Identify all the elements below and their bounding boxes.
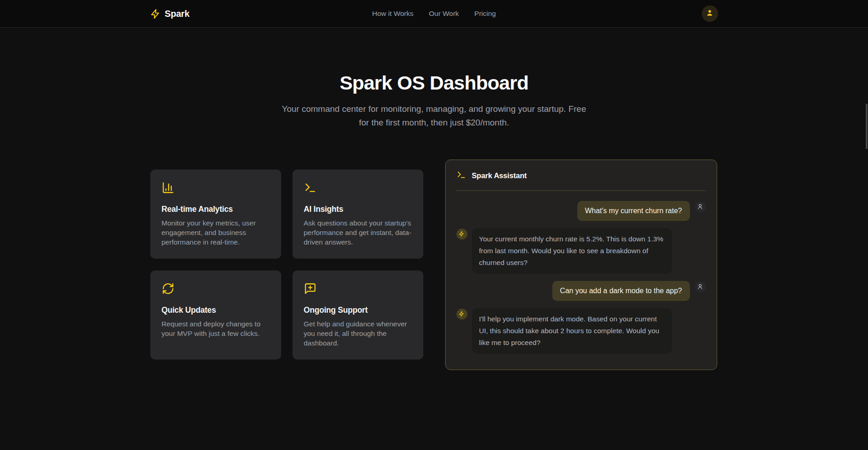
feature-card-quick-updates[interactable]: Quick Updates Request and deploy changes…: [150, 270, 281, 360]
account-avatar-button[interactable]: [702, 5, 718, 22]
message-square-plus-icon: [304, 282, 317, 295]
nav-link-pricing[interactable]: Pricing: [474, 10, 496, 18]
feature-description: Request and deploy changes to your MVP w…: [162, 319, 270, 338]
terminal-icon: [304, 181, 317, 194]
user-message-bubble: What's my current churn rate?: [577, 201, 690, 221]
assistant-message-bubble: Your current monthly churn rate is 5.2%.…: [472, 228, 672, 274]
features-grid: Real-time Analytics Monitor your key met…: [150, 170, 423, 360]
zap-icon: [150, 9, 161, 19]
refresh-icon: [162, 282, 174, 295]
feature-description: Get help and guidance whenever you need …: [304, 319, 412, 348]
main-nav: How it Works Our Work Pricing: [372, 10, 496, 18]
brand-name: Spark: [165, 9, 190, 19]
page-title: Spark OS Dashboard: [0, 73, 868, 93]
nav-link-our-work[interactable]: Our Work: [429, 10, 459, 18]
page-scrollbar-thumb[interactable]: [866, 104, 868, 149]
zap-icon: [456, 229, 467, 240]
assistant-title: Spark Assistant: [472, 171, 527, 180]
feature-card-ongoing-support[interactable]: Ongoing Support Get help and guidance wh…: [293, 270, 423, 360]
assistant-header: Spark Assistant: [446, 160, 717, 190]
chat-message-user: Can you add a dark mode to the app?: [456, 281, 706, 301]
chat-message-assistant: Your current monthly churn rate is 5.2%.…: [456, 228, 706, 274]
feature-title: Quick Updates: [162, 305, 270, 315]
assistant-message-list: What's my current churn rate? Your curre…: [446, 191, 717, 370]
terminal-icon: [456, 170, 466, 181]
page-subtitle: Your command center for monitoring, mana…: [278, 102, 591, 130]
user-round-icon: [695, 201, 706, 212]
hero-section: Spark OS Dashboard Your command center f…: [0, 73, 868, 130]
feature-description: Ask questions about your startup's perfo…: [304, 218, 412, 247]
feature-card-realtime-analytics[interactable]: Real-time Analytics Monitor your key met…: [150, 170, 281, 259]
brand-logo[interactable]: Spark: [150, 9, 190, 19]
chat-message-assistant: I'll help you implement dark mode. Based…: [456, 308, 706, 354]
main-section: Real-time Analytics Monitor your key met…: [0, 160, 868, 370]
navbar: Spark How it Works Our Work Pricing: [0, 0, 868, 28]
user-icon: [705, 9, 714, 19]
nav-link-how-it-works[interactable]: How it Works: [372, 10, 413, 18]
feature-title: Ongoing Support: [304, 305, 412, 315]
zap-icon: [456, 309, 467, 320]
user-round-icon: [695, 281, 706, 292]
spark-assistant-panel: Spark Assistant What's my current churn …: [445, 160, 717, 370]
feature-title: AI Insights: [304, 205, 412, 214]
bar-chart-icon: [162, 181, 174, 194]
user-message-bubble: Can you add a dark mode to the app?: [552, 281, 690, 301]
chat-message-user: What's my current churn rate?: [456, 201, 706, 221]
feature-title: Real-time Analytics: [162, 205, 270, 214]
assistant-message-bubble: I'll help you implement dark mode. Based…: [472, 308, 672, 354]
feature-card-ai-insights[interactable]: AI Insights Ask questions about your sta…: [293, 170, 423, 259]
feature-description: Monitor your key metrics, user engagemen…: [162, 218, 270, 247]
